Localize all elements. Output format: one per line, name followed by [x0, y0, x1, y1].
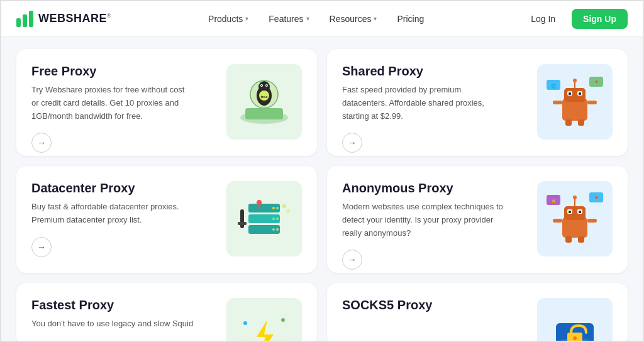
svg-text:free: free [260, 95, 268, 99]
card-free-image: free [226, 64, 302, 140]
card-datacenter-image [226, 181, 302, 256]
svg-rect-50 [565, 236, 572, 243]
card-anonymous-content: Anonymous Proxy Modern websites use comp… [342, 181, 504, 270]
nav-products[interactable]: Products ▾ [199, 9, 257, 29]
card-shared-arrow[interactable]: → [342, 133, 362, 153]
header: WEBSHARE® Products ▾ Features ▾ Resource… [1, 1, 643, 36]
logo-icon [16, 11, 33, 27]
header-actions: Log In Sign Up [521, 9, 628, 29]
card-shared-proxy: Shared Proxy Fast speed provided by prem… [327, 49, 628, 156]
svg-point-27 [573, 79, 577, 82]
svg-rect-18 [553, 101, 562, 104]
card-anonymous-title: Anonymous Proxy [342, 181, 504, 196]
logo-text: WEBSHARE® [38, 12, 111, 25]
svg-rect-43 [564, 206, 586, 220]
nav: Products ▾ Features ▾ Resources ▾ Pricin… [199, 9, 433, 29]
main-content: Free Proxy Try Webshare proxies for free… [1, 36, 643, 342]
card-datacenter-desc: Buy fast & affordable datacenter proxies… [31, 201, 194, 227]
svg-rect-51 [578, 236, 584, 243]
nav-pricing[interactable]: Pricing [388, 9, 433, 29]
card-free-desc: Try Webshare proxies for free without co… [31, 84, 194, 123]
svg-point-66 [573, 336, 577, 340]
card-datacenter-title: Datacenter Proxy [31, 181, 194, 196]
svg-rect-48 [553, 219, 562, 223]
anonymous-proxy-illustration: 🔒 📍 [543, 187, 606, 250]
logo-bar-1 [16, 18, 21, 27]
svg-rect-47 [579, 211, 581, 213]
card-anonymous-arrow[interactable]: → [342, 250, 362, 270]
free-proxy-illustration: free [233, 70, 296, 133]
logo-bar-2 [23, 14, 27, 27]
card-socks5-proxy: SOCKS5 Proxy SOCKS [327, 283, 628, 342]
card-free-proxy: Free Proxy Try Webshare proxies for free… [16, 49, 317, 156]
svg-rect-37 [240, 209, 244, 228]
svg-text:🌐: 🌐 [551, 83, 557, 89]
svg-rect-49 [587, 219, 597, 223]
card-anonymous-image: 🔒 📍 [537, 181, 613, 256]
svg-rect-1 [245, 108, 283, 119]
svg-rect-21 [578, 119, 584, 126]
card-anonymous-proxy: Anonymous Proxy Modern websites use comp… [327, 166, 628, 273]
svg-rect-38 [238, 222, 247, 225]
fastest-proxy-illustration [233, 304, 296, 342]
svg-point-39 [257, 200, 262, 205]
svg-rect-19 [587, 101, 597, 104]
card-fastest-desc: You don't have to use legacy and slow Sq… [31, 317, 194, 331]
svg-point-35 [272, 207, 275, 209]
card-socks5-image: SOCKS [537, 298, 613, 342]
login-button[interactable]: Log In [521, 9, 565, 29]
card-socks5-content: SOCKS5 Proxy [342, 298, 504, 323]
svg-text:📍: 📍 [594, 80, 599, 86]
card-shared-content: Shared Proxy Fast speed provided by prem… [342, 64, 504, 153]
card-datacenter-content: Datacenter Proxy Buy fast & affordable d… [31, 181, 194, 257]
svg-point-40 [282, 204, 286, 208]
svg-point-31 [272, 228, 275, 231]
card-free-title: Free Proxy [31, 64, 194, 79]
chevron-down-icon: ▾ [245, 15, 248, 22]
nav-resources[interactable]: Resources ▾ [321, 9, 386, 29]
card-fastest-image [226, 298, 302, 342]
socks5-proxy-illustration: SOCKS [543, 304, 606, 342]
datacenter-proxy-illustration [233, 187, 296, 250]
chevron-down-icon: ▾ [374, 15, 377, 22]
card-shared-image: 🌐 📍 [537, 64, 613, 140]
svg-point-57 [573, 196, 577, 199]
card-fastest-content: Fastest Proxy You don't have to use lega… [31, 298, 194, 341]
svg-point-41 [286, 209, 290, 213]
svg-point-8 [261, 85, 262, 86]
logo-bar-3 [29, 11, 33, 27]
svg-point-33 [272, 218, 275, 220]
card-fastest-proxy: Fastest Proxy You don't have to use lega… [16, 283, 317, 342]
nav-features[interactable]: Features ▾ [260, 9, 318, 29]
card-fastest-title: Fastest Proxy [31, 298, 194, 312]
card-datacenter-proxy: Datacenter Proxy Buy fast & affordable d… [16, 166, 317, 273]
svg-rect-30 [248, 204, 280, 212]
svg-text:🔒: 🔒 [551, 198, 557, 204]
svg-rect-28 [248, 225, 280, 234]
svg-rect-46 [569, 211, 571, 213]
svg-point-32 [276, 228, 279, 231]
svg-rect-17 [579, 92, 581, 95]
logo[interactable]: WEBSHARE® [16, 11, 111, 27]
card-datacenter-arrow[interactable]: → [31, 237, 52, 257]
svg-point-9 [266, 85, 267, 86]
card-shared-title: Shared Proxy [342, 64, 504, 79]
chevron-down-icon: ▾ [306, 15, 309, 22]
card-anonymous-desc: Modern websites use complex techniques t… [342, 201, 504, 240]
card-free-content: Free Proxy Try Webshare proxies for free… [31, 64, 194, 153]
card-free-arrow[interactable]: → [31, 133, 52, 153]
svg-rect-13 [564, 88, 586, 102]
svg-rect-16 [569, 92, 571, 95]
signup-button[interactable]: Sign Up [572, 9, 628, 29]
svg-point-59 [243, 321, 247, 325]
shared-proxy-illustration: 🌐 📍 [543, 70, 606, 133]
svg-point-36 [276, 207, 279, 209]
svg-point-60 [281, 318, 285, 322]
svg-text:📍: 📍 [594, 196, 599, 201]
svg-rect-42 [562, 218, 587, 238]
svg-point-34 [276, 218, 279, 220]
card-socks5-title: SOCKS5 Proxy [342, 298, 504, 312]
svg-rect-12 [562, 99, 587, 121]
card-shared-desc: Fast speed provided by premium datacente… [342, 84, 504, 123]
svg-rect-29 [248, 214, 280, 223]
